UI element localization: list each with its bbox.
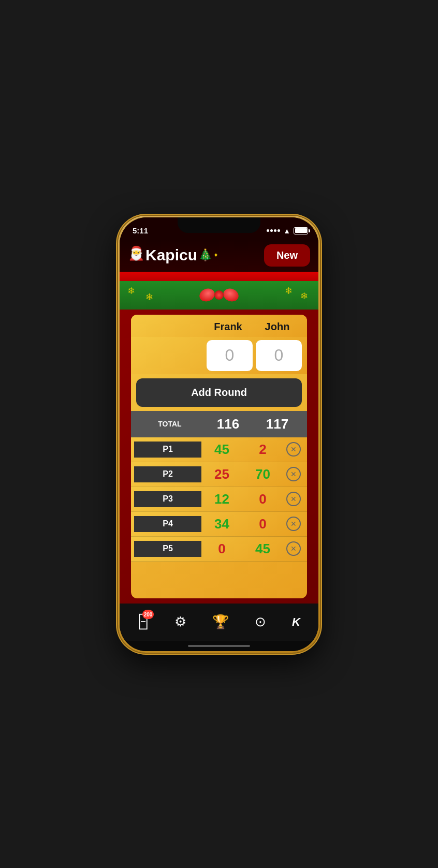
nav-dominoes[interactable]: 🁣 200 bbox=[138, 614, 149, 630]
round-p1-score-4: 34 bbox=[201, 516, 242, 532]
round-row-5: P5 0 45 ✕ bbox=[131, 537, 307, 562]
trophy-icon: 🏆 bbox=[212, 614, 229, 630]
app-header: 🎅 Kapicu 🎄 ✦ New bbox=[120, 240, 318, 272]
player2-total: 117 bbox=[253, 416, 302, 432]
players-header: Frank John bbox=[131, 315, 307, 337]
status-icons: ▲ bbox=[267, 227, 308, 235]
player2-name: John bbox=[253, 321, 302, 333]
christmas-decoration: ❄ ❄ ❄ ❄ bbox=[120, 281, 318, 310]
round-label-2: P2 bbox=[134, 466, 201, 482]
nav-settings[interactable]: ⚙ bbox=[174, 614, 186, 630]
rounds-container: P1 45 2 ✕ P2 25 70 ✕ P3 12 0 ✕ P4 34 0 ✕… bbox=[131, 437, 307, 562]
player2-input[interactable]: 0 bbox=[256, 340, 302, 371]
player1-name: Frank bbox=[203, 321, 253, 333]
round-label-3: P3 bbox=[134, 491, 201, 507]
logo-area: 🎅 Kapicu 🎄 ✦ bbox=[128, 246, 218, 264]
score-card: Frank John 0 0 Add Round bbox=[131, 315, 307, 598]
player1-total: 116 bbox=[203, 416, 253, 432]
home-bar bbox=[188, 645, 250, 647]
player1-input-value: 0 bbox=[225, 346, 235, 365]
christmas-bow bbox=[198, 282, 240, 308]
battery-fill bbox=[295, 228, 307, 233]
round-p2-score-5: 45 bbox=[242, 541, 283, 557]
round-row-4: P4 34 0 ✕ bbox=[131, 512, 307, 537]
bow-right bbox=[222, 287, 240, 304]
delete-round-1[interactable]: ✕ bbox=[286, 442, 301, 457]
round-row-3: P3 12 0 ✕ bbox=[131, 487, 307, 512]
round-p1-score-5: 0 bbox=[201, 541, 242, 557]
delete-round-3[interactable]: ✕ bbox=[286, 492, 301, 506]
round-p2-score-1: 2 bbox=[242, 442, 283, 458]
logo-tree-icon: 🎄 bbox=[198, 248, 212, 262]
round-row-1: P1 45 2 ✕ bbox=[131, 437, 307, 462]
round-row-2: P2 25 70 ✕ bbox=[131, 462, 307, 487]
signal-dots bbox=[267, 229, 280, 232]
app-content: 🎅 Kapicu 🎄 ✦ New ❄ ❄ ❄ ❄ bbox=[120, 240, 318, 604]
score-inputs: 0 0 bbox=[131, 337, 307, 374]
signal-dot-4 bbox=[278, 229, 280, 232]
logo-text: Kapicu bbox=[145, 246, 197, 264]
delete-round-5[interactable]: ✕ bbox=[286, 541, 301, 556]
delete-round-2[interactable]: ✕ bbox=[286, 467, 301, 481]
game-area: Frank John 0 0 Add Round bbox=[120, 310, 318, 604]
round-p2-score-2: 70 bbox=[242, 466, 283, 482]
round-p1-score-2: 25 bbox=[201, 466, 242, 482]
kapicu-icon: K bbox=[292, 615, 300, 629]
nav-badge: 200 bbox=[142, 610, 154, 619]
snowflake-left-1: ❄ bbox=[127, 285, 135, 297]
nav-trophy[interactable]: 🏆 bbox=[212, 614, 229, 630]
gear-icon: ⚙ bbox=[174, 614, 186, 630]
signal-dot-3 bbox=[274, 229, 276, 232]
signal-dot-1 bbox=[267, 229, 269, 232]
delete-round-4[interactable]: ✕ bbox=[286, 517, 301, 531]
nav-kapicu[interactable]: K bbox=[292, 615, 300, 629]
round-label-1: P1 bbox=[134, 442, 201, 458]
total-label: TOTAL bbox=[136, 416, 203, 432]
snowflake-right-1: ❄ bbox=[285, 285, 293, 297]
nav-help[interactable]: ⊙ bbox=[255, 614, 266, 630]
new-button[interactable]: New bbox=[264, 244, 310, 267]
signal-dot-2 bbox=[270, 229, 273, 232]
round-p2-score-4: 0 bbox=[242, 516, 283, 532]
phone-inner: 5:11 ▲ 🎅 Kapicu bbox=[120, 217, 318, 651]
round-p2-score-3: 0 bbox=[242, 491, 283, 507]
spacer-col bbox=[136, 321, 203, 333]
round-label-4: P4 bbox=[134, 516, 201, 532]
total-row: TOTAL 116 117 bbox=[131, 411, 307, 437]
bottom-nav: 🁣 200 ⚙ 🏆 ⊙ K bbox=[120, 604, 318, 641]
round-p1-score-3: 12 bbox=[201, 491, 242, 507]
status-time: 5:11 bbox=[130, 226, 148, 235]
lifebuoy-icon: ⊙ bbox=[255, 614, 266, 630]
logo-star-icon: ✦ bbox=[213, 252, 218, 259]
input-spacer bbox=[136, 340, 203, 371]
bow-left bbox=[198, 287, 216, 304]
phone-frame: 5:11 ▲ 🎅 Kapicu bbox=[118, 216, 320, 653]
logo-hat-icon: 🎅 bbox=[128, 245, 144, 261]
round-p1-score-1: 45 bbox=[201, 442, 242, 458]
notch bbox=[178, 217, 260, 233]
player1-input[interactable]: 0 bbox=[207, 340, 253, 371]
player2-input-value: 0 bbox=[274, 346, 284, 365]
home-indicator bbox=[120, 641, 318, 651]
battery-icon bbox=[294, 227, 308, 234]
ribbon-bar bbox=[120, 272, 318, 281]
add-round-button[interactable]: Add Round bbox=[136, 378, 302, 407]
bow-center bbox=[214, 290, 224, 300]
round-label-5: P5 bbox=[134, 541, 201, 557]
wifi-icon: ▲ bbox=[283, 227, 290, 235]
snowflake-right-2: ❄ bbox=[300, 290, 308, 302]
snowflake-left-2: ❄ bbox=[145, 291, 153, 303]
